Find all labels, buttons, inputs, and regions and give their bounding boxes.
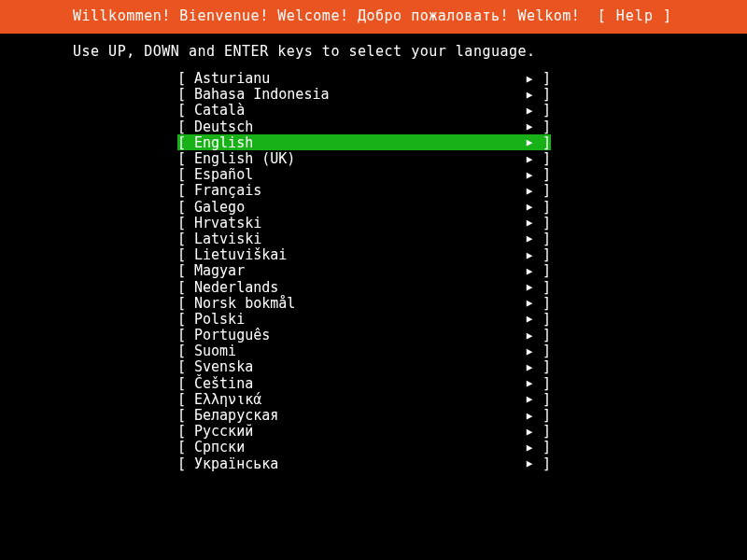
chevron-right-icon: ▶ [521, 153, 538, 165]
instruction-text: Use UP, DOWN and ENTER keys to select yo… [0, 34, 747, 69]
bracket-close: ] [538, 358, 551, 375]
language-option[interactable]: [Español▶] [177, 167, 551, 183]
language-option[interactable]: [Русский▶] [177, 424, 551, 440]
language-label: Français [194, 182, 521, 199]
welcome-title: Willkommen! Bienvenue! Welcome! Добро по… [73, 7, 580, 26]
language-option[interactable]: [English (UK)▶] [177, 150, 551, 166]
chevron-right-icon: ▶ [521, 265, 538, 277]
language-option[interactable]: [Bahasa Indonesia▶] [177, 87, 551, 103]
bracket-close: ] [538, 343, 551, 359]
language-option[interactable]: [Deutsch▶] [177, 119, 551, 134]
language-label: Suomi [194, 343, 521, 359]
language-label: Latviski [194, 231, 521, 247]
bracket-open: [ [177, 391, 194, 408]
language-option[interactable]: [Norsk bokmål▶] [177, 295, 551, 311]
bracket-close: ] [538, 279, 551, 296]
language-label: Deutsch [194, 119, 521, 135]
language-option[interactable]: [Српски▶] [177, 440, 551, 455]
bracket-open: [ [177, 215, 194, 231]
chevron-right-icon: ▶ [521, 185, 538, 197]
language-option[interactable]: [Català▶] [177, 103, 551, 119]
language-label: Nederlands [194, 279, 521, 296]
language-option[interactable]: [English▶] [177, 134, 551, 150]
chevron-right-icon: ▶ [521, 169, 538, 181]
chevron-right-icon: ▶ [521, 313, 538, 325]
language-option[interactable]: [Polski▶] [177, 311, 551, 327]
chevron-right-icon: ▶ [521, 377, 538, 389]
bracket-open: [ [177, 231, 194, 247]
chevron-right-icon: ▶ [521, 281, 538, 293]
chevron-right-icon: ▶ [521, 89, 538, 101]
bracket-open: [ [177, 199, 194, 216]
chevron-right-icon: ▶ [521, 136, 538, 148]
bracket-open: [ [177, 70, 194, 87]
chevron-right-icon: ▶ [521, 410, 538, 422]
language-option[interactable]: [Français▶] [177, 183, 551, 199]
bracket-open: [ [177, 423, 194, 440]
chevron-right-icon: ▶ [521, 329, 538, 342]
bracket-close: ] [538, 262, 551, 279]
language-option[interactable]: [Galego▶] [177, 199, 551, 215]
bracket-open: [ [177, 295, 194, 312]
language-label: Беларуская [194, 407, 521, 424]
bracket-open: [ [177, 311, 194, 328]
language-option[interactable]: [Nederlands▶] [177, 279, 551, 295]
language-option[interactable]: [Português▶] [177, 328, 551, 343]
bracket-close: ] [538, 102, 551, 119]
chevron-right-icon: ▶ [521, 249, 538, 261]
language-option[interactable]: [Svenska▶] [177, 359, 551, 375]
language-option[interactable]: [Čeština▶] [177, 375, 551, 391]
chevron-right-icon: ▶ [521, 232, 538, 245]
bracket-open: [ [177, 327, 194, 343]
bracket-close: ] [538, 199, 551, 216]
language-option[interactable]: [Asturianu▶] [177, 71, 551, 87]
language-option[interactable]: [Suomi▶] [177, 343, 551, 359]
chevron-right-icon: ▶ [521, 105, 538, 117]
bracket-close: ] [538, 119, 551, 135]
bracket-close: ] [538, 407, 551, 424]
language-option[interactable]: [Hrvatski▶] [177, 215, 551, 231]
bracket-open: [ [177, 246, 194, 263]
chevron-right-icon: ▶ [521, 201, 538, 213]
language-option[interactable]: [Українська▶] [177, 455, 551, 471]
language-label: Galego [194, 199, 521, 216]
bracket-open: [ [177, 102, 194, 119]
bracket-open: [ [177, 182, 194, 199]
bracket-close: ] [538, 439, 551, 455]
language-label: Hrvatski [194, 215, 521, 231]
bracket-close: ] [538, 391, 551, 408]
bracket-close: ] [538, 150, 551, 167]
chevron-right-icon: ▶ [521, 345, 538, 357]
chevron-right-icon: ▶ [521, 441, 538, 454]
language-label: Bahasa Indonesia [194, 86, 521, 103]
language-label: Русский [194, 423, 521, 440]
language-label: English [194, 134, 521, 151]
bracket-close: ] [538, 215, 551, 231]
language-label: Català [194, 102, 521, 119]
chevron-right-icon: ▶ [521, 361, 538, 373]
language-list: [Asturianu▶][Bahasa Indonesia▶][Català▶]… [0, 69, 747, 472]
language-label: Čeština [194, 375, 521, 392]
language-option[interactable]: [Latviski▶] [177, 231, 551, 246]
language-option[interactable]: [Lietuviškai▶] [177, 247, 551, 263]
bracket-open: [ [177, 279, 194, 296]
help-link[interactable]: [ Help ] [598, 7, 732, 26]
language-label: Español [194, 166, 521, 183]
language-option[interactable]: [Magyar▶] [177, 263, 551, 279]
bracket-open: [ [177, 343, 194, 359]
chevron-right-icon: ▶ [521, 393, 538, 405]
chevron-right-icon: ▶ [521, 217, 538, 229]
language-option[interactable]: [Ελληνικά▶] [177, 391, 551, 407]
language-label: Lietuviškai [194, 246, 521, 263]
language-label: Svenska [194, 358, 521, 375]
language-label: Magyar [194, 262, 521, 279]
language-label: Українська [194, 455, 521, 472]
bracket-open: [ [177, 407, 194, 424]
bracket-open: [ [177, 375, 194, 392]
header-bar: Willkommen! Bienvenue! Welcome! Добро по… [0, 0, 747, 34]
language-label: Ελληνικά [194, 391, 521, 408]
bracket-close: ] [538, 86, 551, 103]
chevron-right-icon: ▶ [521, 457, 538, 469]
bracket-close: ] [538, 311, 551, 328]
language-option[interactable]: [Беларуская▶] [177, 407, 551, 423]
